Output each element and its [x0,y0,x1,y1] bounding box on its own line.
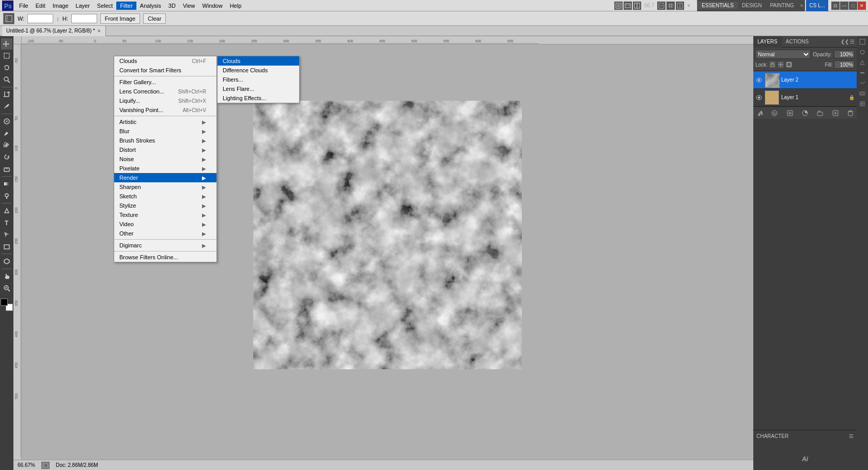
tool-3d[interactable] [1,256,12,267]
tool-marquee[interactable] [1,50,12,61]
opacity-input[interactable] [834,50,855,58]
front-image-btn[interactable]: Front Image [100,13,140,24]
filter-menu-distort[interactable]: Distort ▶ [114,145,216,154]
menu-view[interactable]: View [179,2,199,10]
tool-history[interactable] [1,151,12,163]
render-difference-clouds[interactable]: Difference Clouds [218,66,299,75]
tool-dodge[interactable] [1,190,12,201]
tool-type[interactable]: T [1,217,12,228]
filter-menu-lens-correction[interactable]: Lens Correction... Shift+Ctrl+R [114,87,216,96]
tool-eyedropper[interactable] [1,101,12,112]
filter-menu-browse[interactable]: Browse Filters Online... [114,253,216,262]
narrow-btn-1[interactable] [858,37,867,46]
layer-item-2[interactable]: Layer 2 [753,71,857,89]
render-clouds[interactable]: Clouds [218,56,299,66]
current-tool-icon[interactable] [3,13,14,24]
fg-color[interactable] [1,299,8,306]
filter-menu-video[interactable]: Video ▶ [114,220,216,229]
menu-help[interactable]: Help [226,2,245,10]
render-lighting-effects[interactable]: Lighting Effects... [218,93,299,103]
win-close[interactable]: ✕ [858,2,866,10]
filter-menu-sharpen[interactable]: Sharpen ▶ [114,182,216,192]
cs-live-btn[interactable]: CS L... [806,0,828,11]
tool-pen[interactable] [1,205,12,216]
layout-btn[interactable] [676,2,684,10]
color-swatches[interactable] [1,299,13,311]
filter-menu-vanishing-point[interactable]: Vanishing Point... Alt+Ctrl+V [114,105,216,115]
tool-lasso[interactable] [1,62,12,73]
tool-path-select[interactable] [1,229,12,240]
tool-crop[interactable] [1,89,12,100]
workspace-essentials[interactable]: ESSENTIALS [698,2,738,9]
narrow-btn-5[interactable] [858,79,867,88]
layer-1-visibility[interactable] [755,94,763,101]
filter-menu-artistic[interactable]: Artistic ▶ [114,117,216,127]
tab-layers[interactable]: LAYERS [753,36,782,48]
filter-menu-blur[interactable]: Blur ▶ [114,127,216,136]
narrow-btn-6[interactable] [858,89,867,98]
tool-move[interactable] [1,38,12,50]
narrow-btn-7[interactable] [858,99,867,108]
tool-brush[interactable] [1,128,12,139]
workspace-design[interactable]: DESIGN [738,2,766,9]
link-layers-btn[interactable] [755,109,764,117]
doc-tab-1[interactable]: Untitled-1 @ 66.7% (Layer 2, RGB/8) * ✕ [2,26,106,36]
tool-gradient[interactable] [1,178,12,190]
menu-layer[interactable]: Layer [72,2,94,10]
menu-3d[interactable]: 3D [165,2,179,10]
tool-zoom[interactable] [1,283,12,294]
filter-menu-brush-strokes[interactable]: Brush Strokes ▶ [114,136,216,145]
win-minimize[interactable]: — [840,2,848,10]
adjustment-layer-btn[interactable] [801,109,809,117]
menu-file[interactable]: File [16,2,32,10]
layer-item-1[interactable]: Layer 1 🔒 [753,89,857,106]
tool-quick-select[interactable] [1,74,12,85]
fill-input[interactable] [834,60,855,69]
win-restore[interactable]: ⊟ [831,2,840,10]
info-panel-menu[interactable]: ☰ [849,433,854,439]
filter-menu-render[interactable]: Render ▶ [114,173,216,182]
filter-menu-sketch[interactable]: Sketch ▶ [114,192,216,201]
toolbar-icon-2[interactable] [624,2,632,10]
layer-style-btn[interactable]: fx [770,109,779,117]
group-layers-btn[interactable] [816,109,824,117]
new-layer-btn[interactable] [831,109,840,117]
grid-btn[interactable] [667,2,675,10]
panel-menu-btn[interactable]: ☰ [850,39,855,44]
toolbar-icon-1[interactable] [614,2,623,10]
layer-2-visibility[interactable] [755,76,763,84]
lock-position-btn[interactable] [777,61,784,68]
filter-menu-noise[interactable]: Noise ▶ [114,154,216,164]
narrow-btn-2[interactable] [858,48,867,57]
menu-image[interactable]: Image [49,2,72,10]
toolbar-icon-3[interactable] [633,2,641,10]
win-maximize[interactable]: □ [849,2,857,10]
panel-dock-btn[interactable]: ❮❮ [841,39,849,44]
tool-eraser[interactable] [1,163,12,175]
tool-hand[interactable] [1,271,12,282]
lock-all-btn[interactable] [785,61,793,68]
filter-menu-other[interactable]: Other ▶ [114,229,216,238]
tab-close-btn[interactable]: ✕ [97,28,101,34]
blend-mode-select[interactable]: Normal [755,50,811,59]
lock-pixels-btn[interactable] [769,61,776,68]
scroll-left-btn[interactable] [41,462,50,469]
menu-analysis[interactable]: Analysis [136,2,165,10]
filter-menu-pixelate[interactable]: Pixelate ▶ [114,164,216,173]
height-input[interactable] [71,14,97,23]
render-lens-flare[interactable]: Lens Flare... [218,84,299,93]
filter-menu-liquify[interactable]: Liquify... Shift+Ctrl+X [114,96,216,105]
filter-menu-stylize[interactable]: Stylize ▶ [114,201,216,210]
filter-menu-gallery[interactable]: Filter Gallery... [114,77,216,87]
render-fibers[interactable]: Fibers... [218,75,299,84]
narrow-btn-4[interactable] [858,68,867,77]
zoom-btn[interactable] [657,2,665,10]
filter-menu-digimarc[interactable]: Digimarc ▶ [114,241,216,250]
filter-menu-smart-filters[interactable]: Convert for Smart Filters [114,66,216,75]
clear-btn[interactable]: Clear [143,13,166,24]
delete-layer-btn[interactable] [846,109,855,117]
filter-menu-clouds[interactable]: Clouds Ctrl+F [114,56,216,66]
width-input[interactable] [27,14,53,23]
tool-clone[interactable] [1,139,12,151]
menu-window[interactable]: Window [199,2,226,10]
